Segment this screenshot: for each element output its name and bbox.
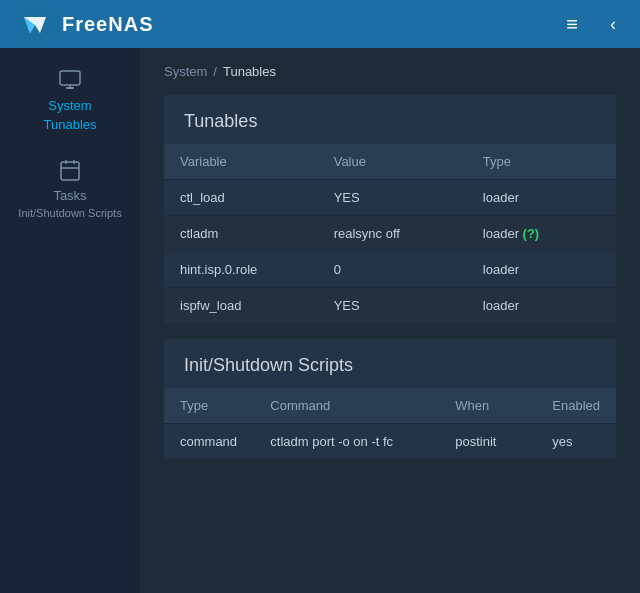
tunable-variable: ispfw_load [164,288,318,324]
tunables-table: Variable Value Type ctl_load YES loader … [164,144,616,323]
layout: System Tunables Tasks Init/Shutdown Scri… [0,48,640,593]
tunables-card: Tunables Variable Value Type ctl_load YE… [164,95,616,323]
init-shutdown-title: Init/Shutdown Scripts [164,339,616,388]
svg-rect-3 [60,71,80,85]
tunable-value: realsync off [318,216,467,252]
is-col-when: When [439,388,536,424]
logo: FreeNAS [16,5,153,43]
tunable-type: loader (?) [467,216,616,252]
is-when: postinit [439,424,536,460]
table-row: ctl_load YES loader [164,180,616,216]
main-content: System / Tunables Tunables Variable Valu… [140,48,640,593]
tunables-col-type: Type [467,144,616,180]
tunable-value: 0 [318,252,467,288]
sidebar-tasks-section: Tasks Init/Shutdown Scripts [0,158,140,221]
sidebar-system-section: System Tunables [0,68,140,134]
breadcrumb-system[interactable]: System [164,64,207,79]
is-command: ctladm port -o on -t fc [254,424,439,460]
table-row: hint.isp.0.role 0 loader [164,252,616,288]
breadcrumb-separator: / [213,64,217,79]
is-col-type: Type [164,388,254,424]
table-row: command ctladm port -o on -t fc postinit… [164,424,616,460]
tunables-header-row: Variable Value Type [164,144,616,180]
sidebar-item-system[interactable]: System [0,96,140,115]
menu-icon[interactable]: ≡ [558,9,586,40]
tunable-variable: hint.isp.0.role [164,252,318,288]
tunables-col-value: Value [318,144,467,180]
tunable-type: loader [467,252,616,288]
sidebar-item-init-shutdown[interactable]: Init/Shutdown Scripts [0,205,140,221]
breadcrumb-current: Tunables [223,64,276,79]
tunable-variable: ctl_load [164,180,318,216]
breadcrumb: System / Tunables [164,64,616,79]
svg-rect-6 [61,162,79,180]
sidebar-item-tasks[interactable]: Tasks [0,186,140,205]
sidebar-item-tunables[interactable]: Tunables [0,115,140,134]
table-row: ispfw_load YES loader [164,288,616,324]
tasks-icon [0,158,140,182]
back-icon[interactable]: ‹ [602,10,624,39]
tunables-title: Tunables [164,95,616,144]
question-badge: (?) [523,226,540,241]
tunables-col-variable: Variable [164,144,318,180]
system-icon [0,68,140,92]
tunable-variable: ctladm [164,216,318,252]
navbar: FreeNAS ≡ ‹ [0,0,640,48]
is-enabled: yes [536,424,616,460]
logo-text: FreeNAS [62,13,153,36]
tunable-value: YES [318,288,467,324]
table-row: ctladm realsync off loader (?) [164,216,616,252]
sidebar: System Tunables Tasks Init/Shutdown Scri… [0,48,140,593]
tunable-value: YES [318,180,467,216]
freenas-logo-icon [16,5,54,43]
svg-rect-4 [66,87,74,89]
tunable-type: loader [467,288,616,324]
init-shutdown-header-row: Type Command When Enabled [164,388,616,424]
init-shutdown-table: Type Command When Enabled command ctladm… [164,388,616,459]
tunable-type: loader [467,180,616,216]
is-type: command [164,424,254,460]
is-col-enabled: Enabled [536,388,616,424]
is-col-command: Command [254,388,439,424]
init-shutdown-card: Init/Shutdown Scripts Type Command When … [164,339,616,459]
